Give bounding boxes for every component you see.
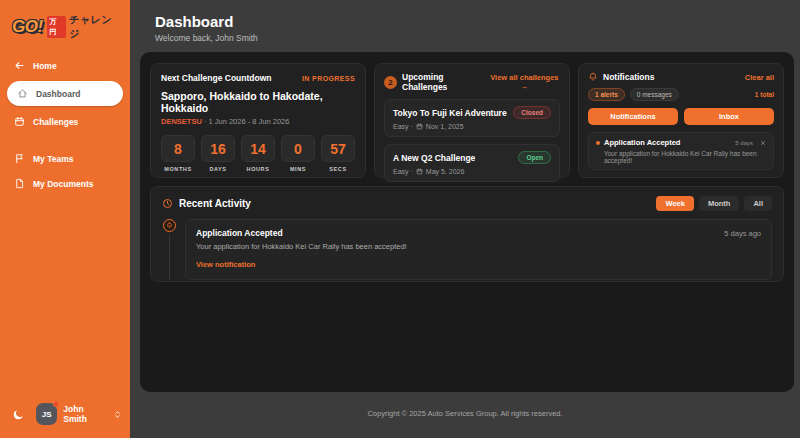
sidebar-item-label: Home bbox=[33, 61, 57, 71]
sidebar-item-label: Dashboard bbox=[36, 89, 80, 99]
dismiss-notification-button[interactable] bbox=[760, 140, 766, 146]
sidebar-item-label: My Teams bbox=[33, 154, 73, 164]
activity-timeline bbox=[162, 219, 177, 280]
page-title: Dashboard bbox=[155, 13, 800, 30]
challenge-difficulty: Easy · bbox=[393, 168, 413, 175]
upcoming-title: Upcoming Challenges bbox=[402, 72, 484, 92]
notification-title: Application Accepted bbox=[604, 138, 680, 147]
notification-body: Your application for Hokkaido Kei Car Ra… bbox=[596, 150, 766, 164]
countdown-dates: · 1 Jun 2026 - 8 Jun 2026 bbox=[204, 117, 289, 126]
document-icon bbox=[14, 178, 25, 189]
unread-dot bbox=[596, 141, 600, 145]
dark-mode-toggle[interactable] bbox=[12, 408, 25, 421]
filter-week-button[interactable]: Week bbox=[656, 196, 693, 211]
sidebar-nav: Home Dashboard Challenges My Teams bbox=[0, 53, 130, 196]
dashboard-panel: Next Challenge Countdown IN PROGRESS Sap… bbox=[140, 52, 794, 392]
close-icon bbox=[760, 140, 766, 146]
status-badge-open: Open bbox=[518, 151, 551, 164]
avatar[interactable]: JS bbox=[36, 403, 57, 425]
challenge-title: A New Q2 Challenge bbox=[393, 153, 475, 163]
countdown-tile-mins: 0 MINS bbox=[281, 135, 315, 172]
app-logo: GO! 万円 チャレンジ bbox=[0, 0, 130, 51]
moon-icon bbox=[12, 408, 25, 421]
calendar-icon bbox=[416, 123, 423, 130]
view-all-challenges-link[interactable]: View all challenges → bbox=[489, 73, 560, 91]
timeline-bell-icon bbox=[163, 219, 176, 232]
activity-filters: Week Month All bbox=[656, 196, 772, 211]
tab-notifications[interactable]: Notifications bbox=[588, 108, 678, 125]
sidebar-item-dashboard[interactable]: Dashboard bbox=[7, 81, 123, 106]
home-icon bbox=[17, 88, 28, 99]
status-badge: IN PROGRESS bbox=[302, 75, 355, 82]
recent-activity-title: Recent Activity bbox=[179, 198, 251, 209]
challenge-date: May 5, 2026 bbox=[426, 168, 465, 175]
countdown-tile-days: 16 DAYS bbox=[201, 135, 235, 172]
filter-month-button[interactable]: Month bbox=[699, 196, 740, 211]
nav-separator bbox=[0, 134, 130, 146]
alerts-count-badge: 1 alerts bbox=[588, 88, 625, 101]
countdown-unit-label: MONTHS bbox=[161, 166, 195, 172]
sidebar-footer: JS John Smith bbox=[0, 393, 130, 438]
sidebar-item-my-documents[interactable]: My Documents bbox=[0, 171, 130, 196]
countdown-tile-months: 8 MONTHS bbox=[161, 135, 195, 172]
messages-count-badge: 0 messages bbox=[630, 88, 679, 101]
countdown-unit-label: HOURS bbox=[241, 166, 275, 172]
tab-inbox[interactable]: Inbox bbox=[684, 108, 774, 125]
clock-icon bbox=[162, 198, 173, 209]
challenge-list-item[interactable]: Tokyo To Fuji Kei Adventure Closed Easy … bbox=[384, 99, 560, 137]
bell-icon bbox=[588, 72, 598, 82]
countdown-tile-hours: 14 HOURS bbox=[241, 135, 275, 172]
activity-time: 5 days ago bbox=[724, 229, 761, 238]
challenge-date: Nov 1, 2025 bbox=[426, 123, 464, 130]
total-count: 1 total bbox=[755, 91, 774, 98]
chevron-updown-icon bbox=[113, 410, 122, 419]
top-cards-row: Next Challenge Countdown IN PROGRESS Sap… bbox=[150, 63, 784, 178]
countdown-tile-secs: 57 SECS bbox=[321, 135, 355, 172]
countdown-card: Next Challenge Countdown IN PROGRESS Sap… bbox=[150, 63, 366, 178]
activity-body: Your application for Hokkaido Kei Car Ra… bbox=[196, 242, 761, 251]
calendar-icon bbox=[14, 116, 25, 127]
countdown-unit-label: DAYS bbox=[201, 166, 235, 172]
league-label: DENSETSU bbox=[161, 117, 202, 126]
flag-icon bbox=[14, 153, 25, 164]
upcoming-challenges-card: 2 Upcoming Challenges View all challenge… bbox=[374, 63, 570, 178]
countdown-value: 16 bbox=[210, 141, 226, 157]
upcoming-count-badge: 2 bbox=[384, 76, 397, 89]
clear-all-button[interactable]: Clear all bbox=[745, 73, 774, 82]
activity-list-item: Application Accepted 5 days ago Your app… bbox=[185, 219, 772, 280]
countdown-value: 57 bbox=[330, 141, 346, 157]
challenge-list-item[interactable]: A New Q2 Challenge Open Easy · May 5, 20… bbox=[384, 144, 560, 182]
sidebar-item-label: My Documents bbox=[33, 179, 93, 189]
filter-all-button[interactable]: All bbox=[744, 196, 772, 211]
notification-dot bbox=[53, 401, 59, 407]
countdown-title: Next Challenge Countdown bbox=[161, 73, 272, 83]
challenge-title: Tokyo To Fuji Kei Adventure bbox=[393, 108, 507, 118]
main-content: Dashboard Welcome back, John Smith Next … bbox=[130, 0, 800, 438]
user-name: John Smith bbox=[63, 404, 108, 424]
logo-manen-badge: 万円 bbox=[47, 16, 67, 38]
recent-activity-card: Recent Activity Week Month All Applicati… bbox=[150, 186, 784, 282]
sidebar-item-label: Challenges bbox=[33, 117, 78, 127]
arrow-left-icon bbox=[14, 60, 25, 71]
timeline-line bbox=[169, 235, 170, 280]
calendar-icon bbox=[416, 168, 423, 175]
notification-time: 5 days bbox=[735, 140, 753, 146]
activity-title: Application Accepted bbox=[196, 228, 283, 238]
view-notification-link[interactable]: View notification bbox=[196, 260, 255, 269]
sidebar-item-home[interactable]: Home bbox=[0, 53, 130, 78]
countdown-challenge-name: Sapporo, Hokkaido to Hakodate, Hokkaido bbox=[161, 90, 355, 114]
countdown-value: 0 bbox=[294, 141, 302, 157]
countdown-meta: DENSETSU · 1 Jun 2026 - 8 Jun 2026 bbox=[161, 117, 355, 126]
challenge-difficulty: Easy · bbox=[393, 123, 413, 130]
user-menu-button[interactable] bbox=[113, 410, 122, 419]
countdown-tiles: 8 MONTHS 16 DAYS 14 HOURS 0 MINS bbox=[161, 135, 355, 172]
page-header: Dashboard Welcome back, John Smith bbox=[130, 0, 800, 43]
sidebar-item-my-teams[interactable]: My Teams bbox=[0, 146, 130, 171]
sidebar-item-challenges[interactable]: Challenges bbox=[0, 109, 130, 134]
countdown-value: 14 bbox=[250, 141, 266, 157]
logo-challenge-text: チャレンジ bbox=[69, 13, 122, 41]
notification-list-item[interactable]: Application Accepted 5 days Your applica… bbox=[588, 132, 774, 170]
status-badge-closed: Closed bbox=[513, 106, 551, 119]
notifications-card: Notifications Clear all 1 alerts 0 messa… bbox=[578, 63, 784, 178]
countdown-value: 8 bbox=[174, 141, 182, 157]
